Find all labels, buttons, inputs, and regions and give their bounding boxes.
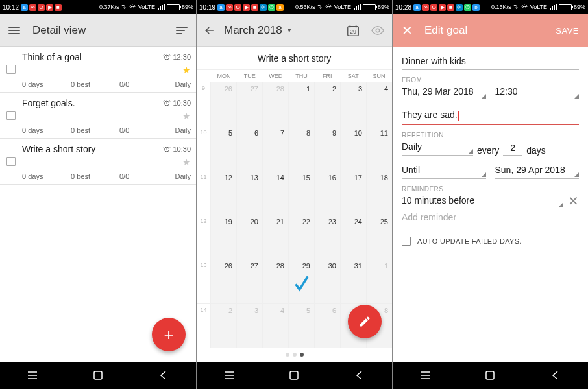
calendar-cell[interactable]: 4 xyxy=(263,304,289,348)
goal-item[interactable]: Write a short story 10:30 ★ 0 days 0 bes… xyxy=(0,139,196,185)
calendar-cell[interactable]: 20 xyxy=(237,215,263,259)
menu-icon[interactable] xyxy=(6,23,22,38)
calendar-cell[interactable]: 10 xyxy=(341,126,367,170)
edit-fab[interactable] xyxy=(348,305,382,338)
sort-icon[interactable] xyxy=(174,23,190,38)
calendar-cell[interactable]: 9 xyxy=(315,126,341,170)
calendar-cell[interactable]: 30 xyxy=(315,259,341,303)
save-button[interactable]: SAVE xyxy=(556,26,579,36)
calendar-cell[interactable]: 7 xyxy=(263,126,289,170)
calendar-cell[interactable]: 16 xyxy=(315,171,341,215)
nav-back[interactable] xyxy=(151,366,177,385)
calendar-cell[interactable]: 2 xyxy=(211,304,237,348)
week-number: 10 xyxy=(197,126,211,170)
back-icon[interactable] xyxy=(202,23,217,38)
repetition-count-input[interactable]: 2 xyxy=(503,143,522,156)
day-header: TUE xyxy=(237,70,263,82)
calendar-cell[interactable]: 25 xyxy=(367,215,392,259)
goal-checkbox[interactable] xyxy=(0,139,22,184)
nav-home[interactable] xyxy=(85,366,111,385)
calendar-cell[interactable]: 18 xyxy=(367,171,392,215)
calendar-cell[interactable]: 1 xyxy=(367,259,392,303)
goal-title: Forget goals. xyxy=(22,98,163,108)
svg-rect-6 xyxy=(290,371,298,379)
calendar-cell[interactable]: 26 xyxy=(211,259,237,303)
calendar-cell[interactable]: 27 xyxy=(237,82,263,126)
nav-recents[interactable] xyxy=(19,366,45,385)
calendar-cell[interactable]: 15 xyxy=(289,171,315,215)
calendar-cell[interactable]: 23 xyxy=(315,215,341,259)
calendar-cell[interactable]: 28 xyxy=(263,259,289,303)
goal-list: Think of a goal 12:30 ★ 0 days 0 best 0/… xyxy=(0,47,196,362)
note-input[interactable]: They are sad. xyxy=(402,107,579,125)
day-header: SUN xyxy=(366,70,392,82)
month-selector[interactable]: March 2018 ▼ xyxy=(224,24,293,37)
week-number: 9 xyxy=(197,82,211,126)
from-date-field[interactable]: Thu, 29 Mar 2018 xyxy=(402,84,486,100)
goal-checkbox[interactable] xyxy=(0,93,22,138)
calendar-cell[interactable]: 11 xyxy=(367,126,392,170)
day-header: FRI xyxy=(314,70,340,82)
auto-update-checkbox[interactable]: AUTO UPDATE FAILED DAYS. xyxy=(402,237,579,246)
calendar-cell[interactable]: 5 xyxy=(289,304,315,348)
nav-back[interactable] xyxy=(543,366,569,385)
calendar-cell[interactable]: 6 xyxy=(237,126,263,170)
nav-home[interactable] xyxy=(281,366,307,385)
close-icon[interactable]: ✕ xyxy=(402,23,413,38)
goal-item[interactable]: Forget goals. 10:30 ★ 0 days 0 best 0/0 … xyxy=(0,93,196,139)
from-time-field[interactable]: 12:30 xyxy=(495,84,580,100)
goal-checkbox[interactable] xyxy=(0,47,22,92)
star-icon[interactable]: ★ xyxy=(178,157,191,167)
calendar-cell[interactable]: 24 xyxy=(341,215,367,259)
calendar-cell[interactable]: 29 xyxy=(289,259,315,303)
status-time: 10:12 xyxy=(3,4,19,11)
edit-toolbar: ✕ Edit goal SAVE xyxy=(393,14,588,47)
repetition-mode-select[interactable]: Daily xyxy=(402,139,473,156)
goal-time: 10:30 xyxy=(163,99,191,107)
calendar-toolbar: March 2018 ▼ 29 xyxy=(197,14,392,47)
add-goal-fab[interactable]: + xyxy=(152,318,186,351)
until-date-field[interactable]: Sun, 29 Apr 2018 xyxy=(495,162,580,179)
week-number: 13 xyxy=(197,259,211,303)
calendar-cell[interactable]: 28 xyxy=(263,82,289,126)
calendar-cell[interactable]: 5 xyxy=(211,126,237,170)
calendar-cell[interactable]: 6 xyxy=(315,304,341,348)
star-icon[interactable]: ★ xyxy=(178,65,191,75)
remove-reminder-icon[interactable]: ✕ xyxy=(563,193,579,209)
calendar-cell[interactable]: 8 xyxy=(289,126,315,170)
reminder-select[interactable]: 10 minutes before xyxy=(402,193,563,209)
calendar-cell[interactable]: 12 xyxy=(211,171,237,215)
android-nav-bar xyxy=(197,362,392,389)
calendar-cell[interactable]: 3 xyxy=(237,304,263,348)
calendar-cell[interactable]: 26 xyxy=(211,82,237,126)
nav-home[interactable] xyxy=(477,366,503,385)
calendar-cell[interactable]: 4 xyxy=(367,82,392,126)
goal-title: Write a short story xyxy=(22,144,163,154)
calendar-cell[interactable]: 19 xyxy=(211,215,237,259)
goal-name-input[interactable]: Dinner with kids xyxy=(402,53,579,70)
add-reminder-button[interactable]: Add reminder xyxy=(402,209,579,225)
goal-item[interactable]: Think of a goal 12:30 ★ 0 days 0 best 0/… xyxy=(0,47,196,93)
toolbar: Detail view xyxy=(0,14,196,47)
today-icon[interactable]: 29 xyxy=(344,21,362,40)
calendar-cell[interactable]: 14 xyxy=(263,171,289,215)
calendar-cell[interactable]: 3 xyxy=(341,82,367,126)
status-net: 0.37K/s xyxy=(99,4,119,10)
visibility-icon[interactable] xyxy=(369,21,387,40)
calendar-cell[interactable]: 17 xyxy=(341,171,367,215)
calendar-cell[interactable]: 21 xyxy=(263,215,289,259)
star-icon[interactable]: ★ xyxy=(178,111,191,121)
until-mode-select[interactable]: Until xyxy=(402,162,486,179)
calendar-cell[interactable]: 31 xyxy=(341,259,367,303)
calendar-cell[interactable]: 22 xyxy=(289,215,315,259)
calendar-cell[interactable]: 2 xyxy=(315,82,341,126)
nav-back[interactable] xyxy=(347,366,373,385)
status-bar: 10:12 a∞O▶■ 0.37K/s ⇅ VoLTE 89% xyxy=(0,0,196,14)
calendar-cell[interactable]: 1 xyxy=(289,82,315,126)
calendar-cell[interactable]: 27 xyxy=(237,259,263,303)
android-nav-bar xyxy=(393,362,588,389)
nav-recents[interactable] xyxy=(216,366,242,385)
goal-title: Think of a goal xyxy=(22,52,163,62)
calendar-cell[interactable]: 13 xyxy=(237,171,263,215)
nav-recents[interactable] xyxy=(412,366,438,385)
